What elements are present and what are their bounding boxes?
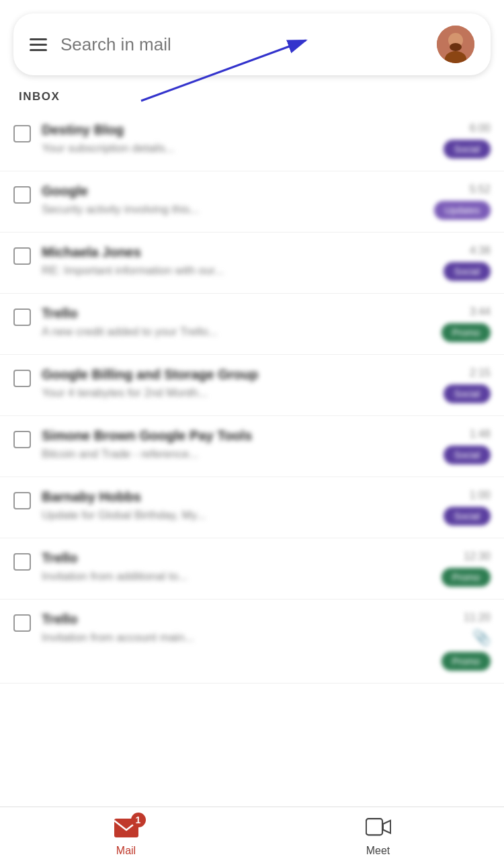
svg-rect-7 <box>366 819 382 835</box>
email-sender: Destiny Blog <box>42 122 310 138</box>
email-content: Michaela Jones RE: Important information… <box>42 245 437 278</box>
bottom-navigation: 1 Mail Meet <box>0 807 504 867</box>
checkbox[interactable] <box>13 431 31 448</box>
email-badge: Social <box>444 262 491 281</box>
email-item[interactable]: Trello A new credit added to your Trello… <box>0 294 504 355</box>
email-sender: Trello <box>42 306 310 321</box>
nav-meet[interactable]: Meet <box>339 813 418 862</box>
meet-nav-label: Meet <box>366 845 390 857</box>
mail-badge-count: 1 <box>131 813 146 827</box>
email-time: 5:52 <box>470 183 491 196</box>
email-sender: Google <box>42 183 310 199</box>
email-meta: 3:44 Promo <box>442 306 491 342</box>
email-meta: 2:15 Social <box>444 367 491 403</box>
checkbox[interactable] <box>13 370 31 387</box>
email-item[interactable]: Simone Brown Google Pay Tools Bitcoin an… <box>0 416 504 477</box>
email-item[interactable]: Trello Invitation from account main... 1… <box>0 600 504 684</box>
search-input[interactable]: Search in mail <box>60 34 437 55</box>
email-badge: Promo <box>442 568 491 587</box>
search-bar[interactable]: Search in mail <box>13 13 491 75</box>
email-preview: Your subscription details... <box>42 142 344 155</box>
email-badge: Social <box>444 446 491 464</box>
email-badge: Social <box>444 507 491 526</box>
attachment-icon: 📎 <box>472 629 491 647</box>
email-preview: Security activity involving this... <box>42 203 344 216</box>
meet-icon <box>366 818 391 838</box>
email-content: Google Billing and Storage Group Your 4 … <box>42 367 437 400</box>
checkbox[interactable] <box>13 553 31 571</box>
checkbox[interactable] <box>13 492 31 509</box>
email-preview: Bitcoin and Trade - reference... <box>42 448 344 461</box>
email-checkbox-9[interactable] <box>13 614 31 632</box>
email-meta: 1:48 Social <box>444 428 491 464</box>
email-badge: Updates <box>434 201 491 220</box>
email-badge: Promo <box>442 652 491 671</box>
email-content: Simone Brown Google Pay Tools Bitcoin an… <box>42 428 437 461</box>
email-time: 6:00 <box>470 122 491 134</box>
email-content: Destiny Blog Your subscription details..… <box>42 122 437 155</box>
email-sender: Trello <box>42 612 310 627</box>
checkbox[interactable] <box>13 247 31 265</box>
email-time: 12:30 <box>464 550 491 563</box>
email-time: 1:00 <box>470 489 491 501</box>
email-time: 4:38 <box>470 245 491 257</box>
email-preview: Invitation from additional to... <box>42 570 344 583</box>
email-item[interactable]: Google Billing and Storage Group Your 4 … <box>0 355 504 416</box>
email-item[interactable]: Google Security activity involving this.… <box>0 171 504 233</box>
checkbox[interactable] <box>13 125 31 142</box>
email-checkbox-4[interactable] <box>13 308 31 326</box>
email-checkbox-2[interactable] <box>13 186 31 204</box>
email-item[interactable]: Michaela Jones RE: Important information… <box>0 233 504 294</box>
email-badge: Social <box>444 384 491 403</box>
checkbox[interactable] <box>13 186 31 204</box>
email-badge: Promo <box>442 323 491 342</box>
checkbox[interactable] <box>13 308 31 326</box>
email-meta: 12:30 Promo <box>442 550 491 587</box>
mail-icon-wrap: 1 <box>114 818 139 841</box>
mail-nav-label: Mail <box>116 845 136 857</box>
email-checkbox-6[interactable] <box>13 431 31 448</box>
email-preview: Update for Global Birthday, My... <box>42 509 344 522</box>
email-sender: Barnaby Hobbs <box>42 489 310 505</box>
email-badge: Social <box>444 140 491 159</box>
email-sender: Trello <box>42 550 310 566</box>
email-content: Trello Invitation from account main... <box>42 612 435 645</box>
email-checkbox-5[interactable] <box>13 370 31 387</box>
email-preview: RE: Important information with our... <box>42 264 344 278</box>
email-time: 3:44 <box>470 306 491 318</box>
email-item[interactable]: Trello Invitation from additional to... … <box>0 538 504 600</box>
email-content: Google Security activity involving this.… <box>42 183 427 216</box>
email-checkbox-7[interactable] <box>13 492 31 509</box>
email-item[interactable]: Destiny Blog Your subscription details..… <box>0 110 504 171</box>
avatar[interactable] <box>437 26 474 63</box>
inbox-label: INBOX <box>0 75 504 110</box>
email-checkbox-3[interactable] <box>13 247 31 265</box>
email-meta: 1:00 Social <box>444 489 491 526</box>
email-item[interactable]: Barnaby Hobbs Update for Global Birthday… <box>0 477 504 538</box>
email-meta: 11:20 📎 Promo <box>442 612 491 671</box>
email-checkbox-8[interactable] <box>13 553 31 571</box>
email-checkbox-1[interactable] <box>13 125 31 142</box>
email-time: 11:20 <box>464 612 491 624</box>
svg-point-3 <box>450 43 462 51</box>
email-preview: A new credit added to your Trello... <box>42 325 344 339</box>
email-content: Trello A new credit added to your Trello… <box>42 306 435 339</box>
email-list: Destiny Blog Your subscription details..… <box>0 110 504 751</box>
email-preview: Your 4 terabytes for 2nd Month... <box>42 386 344 400</box>
email-time: 2:15 <box>470 367 491 379</box>
email-meta: 6:00 Social <box>444 122 491 159</box>
email-meta: 4:38 Social <box>444 245 491 281</box>
hamburger-menu[interactable] <box>30 38 47 51</box>
meet-icon-wrap <box>366 818 391 841</box>
email-time: 1:48 <box>470 428 491 440</box>
checkbox[interactable] <box>13 614 31 632</box>
email-content: Barnaby Hobbs Update for Global Birthday… <box>42 489 437 522</box>
email-content: Trello Invitation from additional to... <box>42 550 435 583</box>
email-meta: 5:52 Updates <box>434 183 491 220</box>
nav-mail[interactable]: 1 Mail <box>87 813 166 862</box>
email-sender: Simone Brown Google Pay Tools <box>42 428 310 444</box>
email-sender: Google Billing and Storage Group <box>42 367 310 382</box>
email-sender: Michaela Jones <box>42 245 310 260</box>
email-preview: Invitation from account main... <box>42 631 344 645</box>
